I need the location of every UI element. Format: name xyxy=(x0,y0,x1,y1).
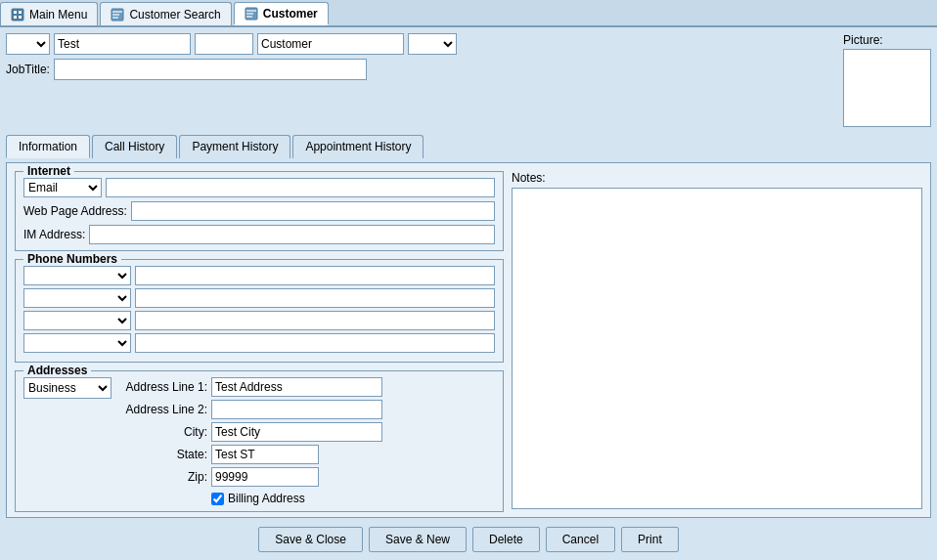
addresses-legend: Addresses xyxy=(23,364,91,377)
address-line1-label: Address Line 1: xyxy=(119,380,207,394)
web-page-label: Web Page Address: xyxy=(23,204,127,218)
job-title-input[interactable] xyxy=(54,59,367,80)
svg-rect-0 xyxy=(12,9,23,21)
tab-appointment-history[interactable]: Appointment History xyxy=(292,135,424,158)
city-row: City: xyxy=(119,422,382,442)
svg-rect-1 xyxy=(14,11,17,14)
phone-type-select-3[interactable]: HomeWorkMobileFax xyxy=(23,311,131,330)
state-input[interactable] xyxy=(211,445,319,464)
im-address-row: IM Address: xyxy=(23,225,495,244)
billing-label: Billing Address xyxy=(228,492,305,505)
state-row: State: xyxy=(119,445,382,464)
internet-legend: Internet xyxy=(23,164,74,178)
customer-search-icon xyxy=(111,8,124,22)
phone-type-select-2[interactable]: HomeWorkMobileFax xyxy=(23,288,131,308)
web-page-row: Web Page Address: xyxy=(23,201,495,221)
zip-row: Zip: xyxy=(119,467,382,487)
web-page-input[interactable] xyxy=(131,201,495,221)
job-title-row: JobTitle: xyxy=(6,59,837,80)
tab-payment-history[interactable]: Payment History xyxy=(179,135,290,158)
title-tabs-bar: Main Menu Customer Search Customer xyxy=(0,0,937,27)
prefix-select[interactable]: Mr. Mrs. Ms. Dr. xyxy=(6,33,50,55)
job-title-label: JobTitle: xyxy=(6,63,50,76)
tab-main-menu[interactable]: Main Menu xyxy=(0,2,98,25)
address-line1-input[interactable] xyxy=(211,377,382,397)
bottom-bar: Save & Close Save & New Delete Cancel Pr… xyxy=(6,522,931,554)
address-type-select[interactable]: Business Home Other xyxy=(23,377,112,399)
email-type-select[interactable]: Email Email 2 Email 3 xyxy=(23,178,102,197)
middle-initial-input[interactable] xyxy=(195,33,253,55)
email-input[interactable] xyxy=(106,178,495,197)
phone-input-1[interactable] xyxy=(135,266,495,285)
city-input[interactable] xyxy=(211,422,382,442)
first-name-input[interactable] xyxy=(54,33,191,55)
customer-icon xyxy=(245,7,258,21)
im-address-label: IM Address: xyxy=(23,228,85,241)
address-fields: Address Line 1: Address Line 2: City: xyxy=(119,377,382,505)
print-button[interactable]: Print xyxy=(621,527,679,552)
address-line2-row: Address Line 2: xyxy=(119,400,382,419)
phone-input-3[interactable] xyxy=(135,311,495,330)
phone-input-2[interactable] xyxy=(135,288,495,308)
tab-call-history-label: Call History xyxy=(105,140,164,153)
addresses-section: Addresses Business Home Other Address Li… xyxy=(15,370,504,512)
name-row: Mr. Mrs. Ms. Dr. Jr. Sr. II III xyxy=(6,33,837,55)
address-line2-input[interactable] xyxy=(211,400,382,419)
delete-button[interactable]: Delete xyxy=(472,527,540,552)
billing-checkbox-row: Billing Address xyxy=(119,492,382,505)
home-icon xyxy=(11,8,24,22)
city-label: City: xyxy=(119,425,207,439)
tab-information[interactable]: Information xyxy=(6,135,90,158)
phone-numbers-section: Phone Numbers HomeWorkMobileFax HomeWork… xyxy=(15,259,504,363)
address-line2-label: Address Line 2: xyxy=(119,403,207,416)
notes-textarea[interactable] xyxy=(512,188,922,509)
phone-row-1: HomeWorkMobileFax xyxy=(23,266,495,285)
main-container: Mr. Mrs. Ms. Dr. Jr. Sr. II III JobTitle… xyxy=(0,27,937,560)
zip-label: Zip: xyxy=(119,470,207,484)
tab-customer-search-label: Customer Search xyxy=(129,8,220,22)
billing-checkbox[interactable] xyxy=(211,493,224,505)
phone-row-2: HomeWorkMobileFax xyxy=(23,288,495,308)
left-panel: Internet Email Email 2 Email 3 Web Page … xyxy=(15,171,504,509)
zip-input[interactable] xyxy=(211,467,319,487)
state-label: State: xyxy=(119,448,207,461)
top-section: Mr. Mrs. Ms. Dr. Jr. Sr. II III JobTitle… xyxy=(6,33,931,127)
notes-label: Notes: xyxy=(512,171,922,185)
tab-customer[interactable]: Customer xyxy=(234,2,329,25)
save-close-button[interactable]: Save & Close xyxy=(258,527,363,552)
tab-customer-label: Customer xyxy=(263,7,318,21)
tab-customer-search[interactable]: Customer Search xyxy=(100,2,231,25)
suffix-select[interactable]: Jr. Sr. II III xyxy=(408,33,457,55)
picture-box: Picture: xyxy=(843,33,931,127)
phone-input-4[interactable] xyxy=(135,333,495,353)
tab-information-label: Information xyxy=(19,140,77,153)
phone-numbers-legend: Phone Numbers xyxy=(23,252,121,266)
save-new-button[interactable]: Save & New xyxy=(369,527,467,552)
address-inner: Business Home Other Address Line 1: Addr… xyxy=(23,377,495,505)
internet-section: Internet Email Email 2 Email 3 Web Page … xyxy=(15,171,504,251)
email-row: Email Email 2 Email 3 xyxy=(23,178,495,197)
last-name-input[interactable] xyxy=(257,33,404,55)
phone-row-4: HomeWorkMobileFax xyxy=(23,333,495,353)
right-panel: Notes: xyxy=(512,171,922,509)
tab-main-menu-label: Main Menu xyxy=(29,8,87,22)
svg-rect-4 xyxy=(19,16,22,19)
address-line1-row: Address Line 1: xyxy=(119,377,382,397)
svg-rect-3 xyxy=(14,16,17,19)
phone-row-3: HomeWorkMobileFax xyxy=(23,311,495,330)
picture-label: Picture: xyxy=(843,33,883,47)
im-address-input[interactable] xyxy=(89,225,495,244)
tab-appointment-history-label: Appointment History xyxy=(305,140,411,153)
content-tabs-bar: Information Call History Payment History… xyxy=(6,135,931,158)
name-fields: Mr. Mrs. Ms. Dr. Jr. Sr. II III JobTitle… xyxy=(6,33,837,80)
svg-rect-2 xyxy=(19,11,22,14)
phone-type-select-1[interactable]: HomeWorkMobileFax xyxy=(23,266,131,285)
tab-call-history[interactable]: Call History xyxy=(92,135,177,158)
phone-type-select-4[interactable]: HomeWorkMobileFax xyxy=(23,333,131,353)
cancel-button[interactable]: Cancel xyxy=(546,527,615,552)
picture-frame xyxy=(843,49,931,127)
tab-payment-history-label: Payment History xyxy=(192,140,278,153)
tab-panel-information: Internet Email Email 2 Email 3 Web Page … xyxy=(6,162,931,518)
